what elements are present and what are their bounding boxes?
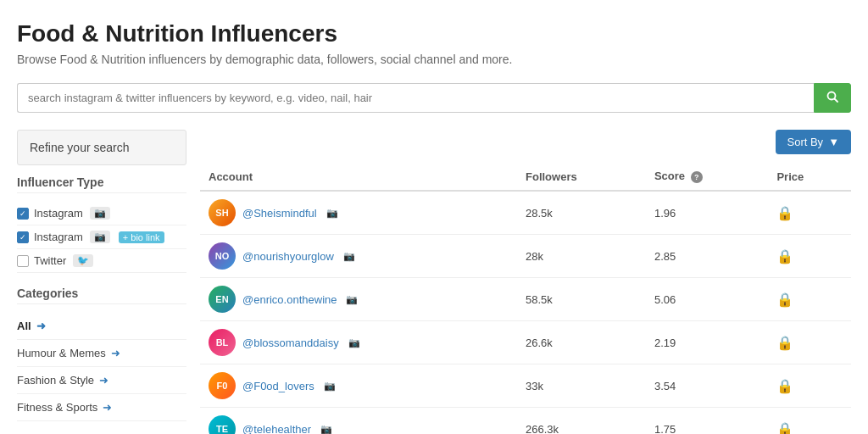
influencer-type-label-3: Twitter — [34, 254, 66, 267]
category-fashion-label: Fashion & Style — [17, 374, 94, 387]
cell-score-1: 2.85 — [646, 235, 769, 278]
category-all-label: All — [17, 320, 31, 332]
lock-icon-0[interactable]: 🔒 — [776, 206, 793, 220]
account-link-0[interactable]: @Sheismindful — [242, 207, 317, 220]
sort-row: Sort By ▼ — [200, 130, 851, 154]
category-humour[interactable]: Humour & Memes ➜ — [17, 340, 186, 367]
cell-price-2: 🔒 — [768, 278, 851, 321]
search-bar — [17, 83, 851, 113]
category-fitness-label: Fitness & Sports — [17, 401, 97, 414]
table-row: TE @telehealther 📷 266.3k 1.75 🔒 — [200, 408, 851, 435]
col-account: Account — [200, 163, 517, 191]
table-header-row: Account Followers Score ? Price — [200, 163, 851, 191]
cell-account-3: BL @blossomanddaisy 📷 — [200, 321, 517, 364]
instagram-icon-3: 📷 — [348, 337, 360, 348]
avatar-0: SH — [209, 199, 236, 226]
bio-link-tag: + bio link — [119, 231, 164, 243]
svg-line-1 — [835, 99, 838, 103]
checkbox-instagram-1[interactable] — [17, 208, 29, 220]
platform-tag-ig-1: 📷 — [90, 207, 110, 220]
influencer-type-section: Influencer Type Instagram 📷 Instagram 📷 … — [17, 175, 186, 273]
lock-icon-3[interactable]: 🔒 — [776, 336, 793, 350]
cell-account-2: EN @enrico.onthewine 📷 — [200, 278, 517, 321]
influencer-type-twitter[interactable]: Twitter 🐦 — [17, 249, 186, 273]
search-input[interactable] — [17, 83, 814, 113]
categories-title: Categories — [17, 287, 186, 304]
cell-score-3: 2.19 — [646, 321, 769, 364]
platform-tag-ig-2: 📷 — [90, 231, 110, 243]
arrow-icon-humour: ➜ — [111, 347, 120, 359]
col-followers: Followers — [517, 163, 646, 191]
cell-followers-4: 33k — [517, 364, 646, 408]
cell-price-0: 🔒 — [768, 191, 851, 235]
col-price: Price — [768, 163, 851, 191]
avatar-2: EN — [209, 286, 236, 313]
sort-by-label: Sort By — [787, 136, 824, 148]
category-fashion[interactable]: Fashion & Style ➜ — [17, 367, 186, 394]
instagram-icon-2: 📷 — [346, 294, 358, 305]
cell-account-5: TE @telehealther 📷 — [200, 408, 517, 435]
main-content: Sort By ▼ Account Followers Score — [200, 130, 851, 434]
instagram-icon-4: 📷 — [324, 381, 336, 392]
lock-icon-1[interactable]: 🔒 — [776, 249, 793, 264]
cell-account-1: NO @nourishyourglow 📷 — [200, 235, 517, 278]
table-row: EN @enrico.onthewine 📷 58.5k 5.06 🔒 — [200, 278, 851, 321]
cell-followers-5: 266.3k — [517, 408, 646, 435]
avatar-5: TE — [209, 415, 236, 434]
cell-score-2: 5.06 — [646, 278, 769, 321]
score-help-icon[interactable]: ? — [691, 171, 703, 183]
influencer-type-instagram-2[interactable]: Instagram 📷 + bio link — [17, 225, 186, 249]
avatar-3: BL — [209, 329, 236, 356]
account-link-5[interactable]: @telehealther — [242, 423, 311, 435]
category-all[interactable]: All ➜ — [17, 313, 186, 340]
lock-icon-2[interactable]: 🔒 — [776, 292, 793, 307]
categories-section: Categories All ➜ Humour & Memes ➜ Fashio… — [17, 287, 186, 421]
instagram-icon-0: 📷 — [326, 208, 338, 219]
cell-price-3: 🔒 — [768, 321, 851, 364]
cell-account-4: F0 @F0od_lovers 📷 — [200, 364, 517, 408]
account-link-1[interactable]: @nourishyourglow — [242, 250, 334, 263]
page-subtitle: Browse Food & Nutrition influencers by d… — [17, 53, 851, 66]
category-humour-label: Humour & Memes — [17, 347, 106, 359]
search-icon — [826, 91, 838, 103]
table-row: SH @Sheismindful 📷 28.5k 1.96 🔒 — [200, 191, 851, 235]
cell-followers-2: 58.5k — [517, 278, 646, 321]
table-row: BL @blossomanddaisy 📷 26.6k 2.19 🔒 — [200, 321, 851, 364]
cell-price-4: 🔒 — [768, 364, 851, 408]
lock-icon-5[interactable]: 🔒 — [776, 422, 793, 435]
influencer-type-instagram-1[interactable]: Instagram 📷 — [17, 202, 186, 225]
arrow-icon-fashion: ➜ — [99, 374, 108, 387]
influencer-type-title: Influencer Type — [17, 175, 186, 193]
sort-chevron-icon: ▼ — [828, 136, 839, 148]
category-fitness[interactable]: Fitness & Sports ➜ — [17, 394, 186, 421]
search-button[interactable] — [814, 83, 851, 113]
avatar-4: F0 — [209, 372, 236, 399]
cell-score-0: 1.96 — [646, 191, 769, 235]
account-link-4[interactable]: @F0od_lovers — [242, 380, 314, 392]
lock-icon-4[interactable]: 🔒 — [776, 379, 793, 393]
checkbox-instagram-2[interactable] — [17, 231, 29, 243]
arrow-icon-all: ➜ — [36, 320, 46, 332]
table-row: F0 @F0od_lovers 📷 33k 3.54 🔒 — [200, 364, 851, 408]
account-link-3[interactable]: @blossomanddaisy — [242, 337, 339, 349]
page-title: Food & Nutrition Influencers — [17, 20, 851, 47]
influencer-type-label-1: Instagram — [34, 207, 83, 220]
avatar-1: NO — [209, 242, 236, 270]
cell-followers-0: 28.5k — [517, 191, 646, 235]
table-row: NO @nourishyourglow 📷 28k 2.85 🔒 — [200, 235, 851, 278]
cell-price-1: 🔒 — [768, 235, 851, 278]
sort-by-button[interactable]: Sort By ▼ — [776, 130, 852, 154]
cell-score-4: 3.54 — [646, 364, 769, 408]
checkbox-twitter[interactable] — [17, 255, 29, 267]
influencers-table: Account Followers Score ? Price — [200, 163, 851, 434]
cell-price-5: 🔒 — [768, 408, 851, 435]
sidebar: Refine your search Influencer Type Insta… — [17, 130, 186, 434]
refine-header: Refine your search — [17, 130, 186, 165]
instagram-icon-1: 📷 — [343, 251, 355, 262]
arrow-icon-fitness: ➜ — [103, 401, 112, 414]
instagram-icon-5: 📷 — [320, 424, 332, 435]
platform-tag-tw: 🐦 — [73, 254, 93, 267]
account-link-2[interactable]: @enrico.onthewine — [242, 293, 337, 306]
cell-account-0: SH @Sheismindful 📷 — [200, 191, 517, 235]
cell-followers-1: 28k — [517, 235, 646, 278]
